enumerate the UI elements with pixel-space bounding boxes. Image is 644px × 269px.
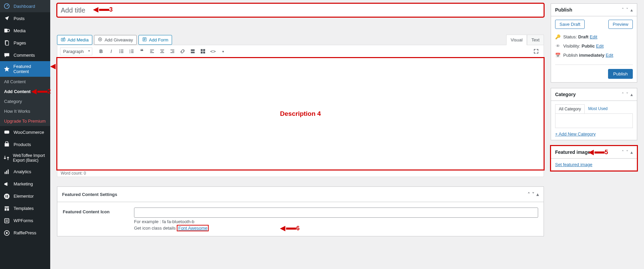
annotation-description: Description 4 xyxy=(280,110,321,118)
svg-rect-15 xyxy=(5,206,9,208)
sidebar-item-pages[interactable]: Pages xyxy=(0,37,50,49)
readmore-button[interactable] xyxy=(188,47,197,56)
font-awesome-link[interactable]: Font Awesome xyxy=(177,225,209,231)
sidebar-label: Templates xyxy=(14,206,34,211)
fullscreen-button[interactable] xyxy=(531,47,541,56)
sub-upgrade-premium[interactable]: Upgrade To Premium xyxy=(0,116,50,126)
save-draft-button[interactable]: Save Draft xyxy=(555,20,585,29)
move-up-icon[interactable]: ˄ xyxy=(622,7,624,13)
sidebar-item-webtoffee[interactable]: WebToffee Import Export (Basic) xyxy=(0,150,50,166)
svg-rect-4 xyxy=(5,41,8,46)
svg-rect-45 xyxy=(172,51,174,52)
tab-visual[interactable]: Visual xyxy=(506,35,527,45)
sidebar-item-media[interactable]: Media xyxy=(0,24,50,37)
quote-button[interactable]: ❝ xyxy=(137,47,147,56)
set-featured-image-link[interactable]: Set featured image xyxy=(555,162,592,167)
edit-status-link[interactable]: Edit xyxy=(590,34,597,39)
toggle-panel-icon[interactable]: ▴ xyxy=(630,7,633,13)
svg-text:3: 3 xyxy=(129,52,130,54)
hint-example: For example : fa fa-bluetooth-b xyxy=(134,219,538,224)
featured-content-icon-input[interactable] xyxy=(134,208,538,218)
svg-rect-6 xyxy=(5,143,9,146)
edit-visibility-link[interactable]: Edit xyxy=(596,43,604,49)
svg-rect-39 xyxy=(150,51,152,52)
paragraph-dropdown[interactable]: Paragraph xyxy=(60,48,92,55)
add-new-category-link[interactable]: + Add New Category xyxy=(555,131,596,137)
sidebar-label: Featured Content xyxy=(13,64,47,74)
tab-text[interactable]: Text xyxy=(527,35,544,45)
code-button[interactable]: <> xyxy=(208,47,218,56)
sub-all-content[interactable]: All Content xyxy=(0,77,50,87)
ul-button[interactable] xyxy=(117,47,126,56)
move-up-icon[interactable]: ˄ xyxy=(622,92,624,97)
sidebar-item-featured-content[interactable]: Featured Content 1 xyxy=(0,61,50,77)
toggle-panel-icon[interactable]: ▴ xyxy=(536,192,539,197)
sidebar-item-analytics[interactable]: Analytics xyxy=(0,166,50,178)
sidebar-item-wpforms[interactable]: WPForms xyxy=(0,215,50,227)
publish-title: Publish xyxy=(555,7,572,13)
sidebar-label: Elementor xyxy=(14,194,34,199)
featured-image-title: Featured image xyxy=(555,149,590,155)
sidebar-item-posts[interactable]: Posts xyxy=(0,12,50,24)
tab-most-used[interactable]: Most Used xyxy=(585,104,611,113)
add-media-button[interactable]: Add Media xyxy=(57,35,92,45)
move-up-icon[interactable]: ˄ xyxy=(622,149,624,155)
analytics-icon xyxy=(3,168,10,175)
sub-add-content[interactable]: Add Content 2 xyxy=(0,87,50,96)
italic-button[interactable]: I xyxy=(107,47,116,56)
move-down-icon[interactable]: ˅ xyxy=(626,149,628,155)
sidebar-label: WebToffee Import Export (Basic) xyxy=(13,153,47,163)
category-title: Category xyxy=(555,92,576,97)
add-form-button[interactable]: Add Form xyxy=(138,35,172,45)
bold-button[interactable]: B xyxy=(96,47,106,56)
ol-button[interactable]: 123 xyxy=(127,47,136,56)
megaphone-icon xyxy=(3,181,10,187)
eye-icon: 👁 xyxy=(555,43,561,49)
preview-button[interactable]: Preview xyxy=(608,20,633,29)
title-input[interactable] xyxy=(57,3,544,17)
publish-button[interactable]: Publish xyxy=(608,69,633,79)
tab-all-category[interactable]: All Category xyxy=(555,104,585,113)
svg-rect-18 xyxy=(5,218,9,223)
publish-label: Publish xyxy=(563,53,578,58)
svg-rect-27 xyxy=(121,50,123,50)
align-right-button[interactable] xyxy=(168,47,177,56)
align-left-button[interactable] xyxy=(147,47,157,56)
move-down-icon[interactable]: ˅ xyxy=(532,192,534,197)
sidebar-item-marketing[interactable]: Marketing xyxy=(0,178,50,190)
link-button[interactable] xyxy=(178,47,187,56)
sidebar-item-templates[interactable]: Templates xyxy=(0,202,50,215)
add-giveaway-button[interactable]: Add Giveaway xyxy=(94,35,137,45)
svg-rect-53 xyxy=(203,52,205,54)
move-up-icon[interactable]: ˄ xyxy=(528,192,530,197)
toggle-panel-icon[interactable]: ▴ xyxy=(630,92,633,97)
editor-content-area[interactable]: Description 4 xyxy=(57,58,544,170)
sidebar-item-elementor[interactable]: Elementor xyxy=(0,190,50,202)
svg-rect-48 xyxy=(191,51,194,51)
sidebar-item-woocommerce[interactable]: WooCommerce xyxy=(0,126,50,138)
move-down-icon[interactable]: ˅ xyxy=(626,7,628,13)
svg-rect-12 xyxy=(7,195,8,196)
settings-title: Featured Content Settings xyxy=(62,192,117,197)
toggle-panel-icon[interactable]: ▴ xyxy=(630,149,633,155)
sidebar-item-comments[interactable]: Comments xyxy=(0,49,50,61)
chevron-down-icon[interactable]: ▾ xyxy=(219,47,228,56)
svg-rect-43 xyxy=(160,52,164,53)
toolbar-toggle-button[interactable] xyxy=(198,47,208,56)
sidebar-item-products[interactable]: Products xyxy=(0,138,50,150)
svg-rect-46 xyxy=(170,52,174,53)
sub-category[interactable]: Category xyxy=(0,96,50,106)
align-center-button[interactable] xyxy=(157,47,167,56)
sub-how-it-works[interactable]: How It Works xyxy=(0,106,50,116)
move-down-icon[interactable]: ˅ xyxy=(626,92,628,97)
sidebar-item-dashboard[interactable]: Dashboard xyxy=(0,0,50,12)
sidebar-item-rafflepress[interactable]: RafflePress xyxy=(0,227,50,239)
edit-publish-link[interactable]: Edit xyxy=(606,53,613,58)
dashboard-icon xyxy=(3,3,10,10)
button-label: Add Form xyxy=(149,37,168,42)
svg-rect-7 xyxy=(5,172,6,174)
sidebar-label: RafflePress xyxy=(14,230,36,235)
svg-rect-38 xyxy=(150,50,154,50)
publish-value: immediately xyxy=(579,53,604,58)
publish-box: Publish ˄ ˅ ▴ Save Draft Preview 🔑 Statu… xyxy=(551,3,637,83)
